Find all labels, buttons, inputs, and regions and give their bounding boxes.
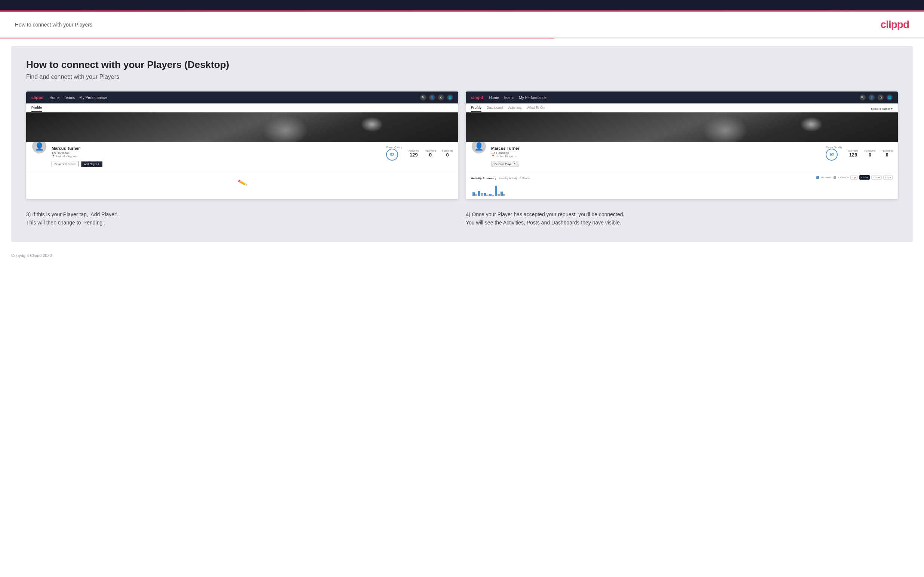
mock-logo-right: clippd [471,95,483,100]
nav-performance-left[interactable]: My Performance [80,96,107,100]
banner-golf-bg-right [466,113,898,142]
breadcrumb: How to connect with your Players [15,22,92,27]
activities-label-left: Activities [409,149,419,152]
followers-label-left: Followers [425,149,436,152]
activities-label-right: Activities [848,149,859,152]
page-subheading: Find and connect with your Players [26,74,898,80]
main-content: How to connect with your Players (Deskto… [11,46,913,242]
copyright-text: Copyright Clippd 2022 [11,253,52,258]
user-icon-right[interactable]: 👤 [869,95,875,100]
remove-player-button[interactable]: Remove Player ✕ [491,161,519,167]
user-icon-left[interactable]: 👤 [429,95,435,100]
search-icon-right[interactable]: 🔍 [860,95,866,100]
bar-group-2 [478,191,483,196]
followers-value-left: 0 [425,152,436,158]
followers-value-right: 0 [864,152,876,158]
profile-banner-left [26,113,458,142]
offcourse-legend-label: Off course [838,176,849,179]
filter-1mth[interactable]: 1 mth [883,175,893,180]
filter-1yr[interactable]: 1 yr [850,175,858,180]
mock-logo-left: clippd [31,95,44,100]
nav-performance-right[interactable]: My Performance [519,96,546,100]
activity-title-group: Activity Summary Monthly Activity · 6 Mo… [471,174,530,181]
oncourse-legend-dot [816,176,819,179]
settings-icon-right[interactable]: ⚙ [878,95,884,100]
caption-left: 3) If this is your Player tap, 'Add Play… [26,210,458,227]
globe-icon-left[interactable]: 🌐 [447,95,453,100]
tab-dashboard-right[interactable]: Dashboard [487,106,503,112]
following-label-left: Following [442,149,453,152]
activity-legend: On course Off course [816,176,849,179]
mock-nav-right: clippd Home Teams My Performance 🔍 👤 ⚙ 🌐 [466,92,898,103]
nav-teams-left[interactable]: Teams [64,96,75,100]
nav-home-left[interactable]: Home [49,96,60,100]
screenshots-row: clippd Home Teams My Performance 🔍 👤 ⚙ 🌐… [26,92,898,199]
globe-icon-right[interactable]: 🌐 [887,95,893,100]
nav-home-right[interactable]: Home [489,96,499,100]
bar-off-3 [486,195,489,196]
bar-off-5 [498,194,500,196]
tab-profile-left[interactable]: Profile [31,106,42,112]
mock-nav-left: clippd Home Teams My Performance 🔍 👤 ⚙ 🌐 [26,92,458,103]
profile-stats-right: Player Quality 92 Activities 129 Followe… [826,146,893,161]
caption-right-text: 4) Once your Player has accepted your re… [466,210,898,227]
activity-title: Activity Summary [471,177,496,180]
filter-6mths[interactable]: 6 mths [859,175,870,180]
mock-nav-items-right: Home Teams My Performance [489,96,854,100]
avatar-icon-left: 👤 [35,142,44,151]
bar-group-5 [495,185,500,196]
activity-filters: On course Off course 1 yr 6 mths 3 mths … [816,175,893,180]
activity-header: Activity Summary Monthly Activity · 6 Mo… [471,174,893,181]
tab-whattoon-right[interactable]: What To On [527,106,544,112]
bar-on-1 [472,192,475,196]
bar-group-1 [472,192,477,196]
profile-details-left: Marcus Turner 1-5 Handicap 📍 United King… [52,146,382,167]
bar-off-4 [492,195,494,196]
bar-off-6 [503,194,506,196]
bar-on-4 [489,194,491,196]
bar-chart [471,183,893,196]
bar-off-2 [481,193,483,196]
caption-left-text: 3) If this is your Player tap, 'Add Play… [26,210,458,227]
player-quality-circle-left: 92 [386,148,398,161]
search-icon-left[interactable]: 🔍 [420,95,426,100]
following-value-right: 0 [881,152,893,158]
avatar-icon-right: 👤 [474,142,484,151]
activity-summary: Activity Summary Monthly Activity · 6 Mo… [466,171,898,199]
player-quality-label-right: Player Quality [826,146,842,148]
bar-on-6 [501,192,503,196]
followers-label-right: Followers [864,149,876,152]
bar-off-1 [475,194,477,196]
profile-details-right: Marcus Turner 1-5 Handicap 📍 United King… [491,146,821,167]
screenshot-bottom-left: ✏️ [26,171,458,193]
bar-on-3 [484,193,486,196]
header: How to connect with your Players clippd [0,12,924,38]
settings-icon-left[interactable]: ⚙ [438,95,444,100]
add-player-button[interactable]: Add Player + [81,161,102,167]
nav-teams-right[interactable]: Teams [504,96,514,100]
user-label-right[interactable]: Marcus Turner ▾ [871,107,893,111]
player-quality-group-left: Player Quality 92 [386,146,402,161]
profile-info-left: 👤 Marcus Turner 1-5 Handicap 📍 United Ki… [26,142,458,171]
followers-stat-left: Followers 0 [425,149,436,158]
player-quality-label-left: Player Quality [386,146,402,148]
activities-value-right: 129 [848,152,859,158]
footer: Copyright Clippd 2022 [0,250,924,263]
profile-name-right: Marcus Turner [491,146,821,150]
bar-on-2 [478,191,480,196]
following-label-right: Following [881,149,893,152]
tab-activities-right[interactable]: Activities [508,106,522,112]
player-quality-circle-right: 92 [826,148,838,161]
filter-3mths[interactable]: 3 mths [871,175,882,180]
request-follow-button[interactable]: Request to Follow [52,161,79,167]
oncourse-legend-label: On course [821,176,832,179]
profile-banner-right [466,113,898,142]
mock-nav-icons-left: 🔍 👤 ⚙ 🌐 [420,95,453,100]
screenshot-left: clippd Home Teams My Performance 🔍 👤 ⚙ 🌐… [26,92,458,199]
mock-tabs-left: Profile [26,103,458,113]
tab-profile-right[interactable]: Profile [471,106,481,112]
captions-row: 3) If this is your Player tap, 'Add Play… [26,210,898,227]
remove-player-x-icon: ✕ [514,163,516,166]
page-heading: How to connect with your Players (Deskto… [26,59,898,71]
offcourse-legend-dot [834,176,836,179]
